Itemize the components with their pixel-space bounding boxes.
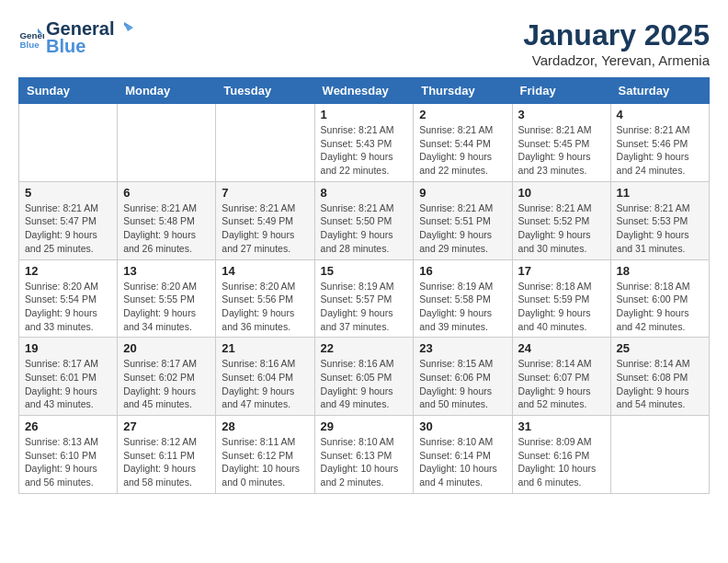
calendar-cell: 7Sunrise: 8:21 AM Sunset: 5:49 PM Daylig…: [216, 181, 314, 259]
logo-bird-icon: [115, 18, 135, 35]
logo-icon: General Blue: [18, 25, 44, 51]
day-info: Sunrise: 8:21 AM Sunset: 5:45 PM Dayligh…: [518, 123, 605, 178]
day-number: 22: [321, 341, 408, 355]
day-info: Sunrise: 8:16 AM Sunset: 6:04 PM Dayligh…: [222, 357, 308, 411]
calendar-cell: 28Sunrise: 8:11 AM Sunset: 6:12 PM Dayli…: [216, 416, 314, 494]
day-number: 2: [419, 108, 506, 121]
calendar-cell: 9Sunrise: 8:21 AM Sunset: 5:51 PM Daylig…: [414, 181, 512, 259]
calendar-cell: 26Sunrise: 8:13 AM Sunset: 6:10 PM Dayli…: [19, 416, 118, 494]
calendar-cell: 17Sunrise: 8:18 AM Sunset: 5:59 PM Dayli…: [512, 259, 610, 338]
week-row-3: 12Sunrise: 8:20 AM Sunset: 5:54 PM Dayli…: [19, 259, 710, 338]
day-number: 5: [25, 186, 111, 200]
weekday-header-sunday: Sunday: [19, 78, 118, 104]
day-info: Sunrise: 8:21 AM Sunset: 5:43 PM Dayligh…: [321, 123, 408, 178]
weekday-header-monday: Monday: [118, 78, 216, 104]
day-info: Sunrise: 8:15 AM Sunset: 6:06 PM Dayligh…: [419, 357, 506, 411]
day-info: Sunrise: 8:14 AM Sunset: 6:07 PM Dayligh…: [518, 357, 605, 411]
day-number: 1: [321, 108, 408, 121]
day-number: 10: [518, 186, 605, 200]
calendar-cell: 29Sunrise: 8:10 AM Sunset: 6:13 PM Dayli…: [314, 416, 414, 494]
calendar-cell: 14Sunrise: 8:20 AM Sunset: 5:56 PM Dayli…: [216, 259, 314, 338]
calendar-cell: 24Sunrise: 8:14 AM Sunset: 6:07 PM Dayli…: [512, 338, 610, 416]
weekday-header-saturday: Saturday: [610, 78, 709, 104]
week-row-5: 26Sunrise: 8:13 AM Sunset: 6:10 PM Dayli…: [19, 416, 710, 494]
day-info: Sunrise: 8:13 AM Sunset: 6:10 PM Dayligh…: [25, 435, 111, 489]
day-number: 19: [25, 341, 111, 355]
day-number: 31: [518, 419, 605, 433]
weekday-header-row: SundayMondayTuesdayWednesdayThursdayFrid…: [19, 78, 710, 104]
day-number: 14: [222, 264, 308, 278]
day-number: 24: [518, 341, 605, 355]
calendar-cell: 10Sunrise: 8:21 AM Sunset: 5:52 PM Dayli…: [512, 181, 610, 259]
day-number: 28: [222, 419, 308, 433]
calendar-cell: 20Sunrise: 8:17 AM Sunset: 6:02 PM Dayli…: [118, 338, 216, 416]
location-subtitle: Vardadzor, Yerevan, Armenia: [523, 52, 710, 68]
logo: General Blue General Blue: [18, 18, 136, 57]
day-info: Sunrise: 8:21 AM Sunset: 5:49 PM Dayligh…: [222, 201, 308, 256]
day-info: Sunrise: 8:14 AM Sunset: 6:08 PM Dayligh…: [617, 357, 703, 411]
day-info: Sunrise: 8:21 AM Sunset: 5:51 PM Dayligh…: [419, 201, 506, 256]
month-title: January 2025: [523, 18, 710, 52]
calendar-cell: 21Sunrise: 8:16 AM Sunset: 6:04 PM Dayli…: [216, 338, 314, 416]
day-info: Sunrise: 8:17 AM Sunset: 6:01 PM Dayligh…: [25, 357, 111, 411]
day-number: 16: [419, 264, 506, 278]
calendar-cell: 5Sunrise: 8:21 AM Sunset: 5:47 PM Daylig…: [19, 181, 118, 259]
day-info: Sunrise: 8:19 AM Sunset: 5:58 PM Dayligh…: [419, 280, 506, 334]
day-number: 20: [123, 341, 210, 355]
calendar-cell: 6Sunrise: 8:21 AM Sunset: 5:48 PM Daylig…: [118, 181, 216, 259]
day-info: Sunrise: 8:10 AM Sunset: 6:13 PM Dayligh…: [321, 435, 408, 489]
week-row-2: 5Sunrise: 8:21 AM Sunset: 5:47 PM Daylig…: [19, 181, 710, 259]
week-row-4: 19Sunrise: 8:17 AM Sunset: 6:01 PM Dayli…: [19, 338, 710, 416]
day-info: Sunrise: 8:11 AM Sunset: 6:12 PM Dayligh…: [222, 435, 308, 489]
day-number: 7: [222, 186, 308, 200]
week-row-1: 1Sunrise: 8:21 AM Sunset: 5:43 PM Daylig…: [19, 104, 710, 182]
weekday-header-thursday: Thursday: [414, 78, 512, 104]
day-number: 8: [321, 186, 408, 200]
calendar-cell: 25Sunrise: 8:14 AM Sunset: 6:08 PM Dayli…: [610, 338, 709, 416]
calendar-cell: 22Sunrise: 8:16 AM Sunset: 6:05 PM Dayli…: [314, 338, 414, 416]
day-info: Sunrise: 8:20 AM Sunset: 5:55 PM Dayligh…: [123, 280, 210, 334]
calendar-cell: 4Sunrise: 8:21 AM Sunset: 5:46 PM Daylig…: [610, 104, 709, 182]
calendar-cell: 12Sunrise: 8:20 AM Sunset: 5:54 PM Dayli…: [19, 259, 118, 338]
calendar-cell: 1Sunrise: 8:21 AM Sunset: 5:43 PM Daylig…: [314, 104, 414, 182]
day-number: 11: [617, 186, 703, 200]
day-info: Sunrise: 8:20 AM Sunset: 5:56 PM Dayligh…: [222, 280, 308, 334]
day-info: Sunrise: 8:21 AM Sunset: 5:46 PM Dayligh…: [617, 123, 703, 178]
day-info: Sunrise: 8:17 AM Sunset: 6:02 PM Dayligh…: [123, 357, 210, 411]
calendar-cell: 11Sunrise: 8:21 AM Sunset: 5:53 PM Dayli…: [610, 181, 709, 259]
day-number: 23: [419, 341, 506, 355]
title-area: January 2025 Vardadzor, Yerevan, Armenia: [523, 18, 710, 68]
calendar-cell: 27Sunrise: 8:12 AM Sunset: 6:11 PM Dayli…: [118, 416, 216, 494]
day-number: 9: [419, 186, 506, 200]
calendar-cell: 16Sunrise: 8:19 AM Sunset: 5:58 PM Dayli…: [414, 259, 512, 338]
day-number: 29: [321, 419, 408, 433]
day-info: Sunrise: 8:18 AM Sunset: 5:59 PM Dayligh…: [518, 280, 605, 334]
day-number: 12: [25, 264, 111, 278]
calendar-cell: [19, 104, 118, 182]
day-number: 4: [617, 108, 703, 121]
weekday-header-tuesday: Tuesday: [216, 78, 314, 104]
day-number: 17: [518, 264, 605, 278]
day-info: Sunrise: 8:10 AM Sunset: 6:14 PM Dayligh…: [419, 435, 506, 489]
day-number: 6: [123, 186, 210, 200]
calendar-cell: [610, 416, 709, 494]
day-info: Sunrise: 8:09 AM Sunset: 6:16 PM Dayligh…: [518, 435, 605, 489]
day-number: 21: [222, 341, 308, 355]
calendar-cell: [216, 104, 314, 182]
day-info: Sunrise: 8:19 AM Sunset: 5:57 PM Dayligh…: [321, 280, 408, 334]
calendar-cell: 13Sunrise: 8:20 AM Sunset: 5:55 PM Dayli…: [118, 259, 216, 338]
day-info: Sunrise: 8:21 AM Sunset: 5:48 PM Dayligh…: [123, 201, 210, 256]
calendar-cell: 23Sunrise: 8:15 AM Sunset: 6:06 PM Dayli…: [414, 338, 512, 416]
calendar-cell: 30Sunrise: 8:10 AM Sunset: 6:14 PM Dayli…: [414, 416, 512, 494]
day-number: 26: [25, 419, 111, 433]
weekday-header-friday: Friday: [512, 78, 610, 104]
calendar-cell: 31Sunrise: 8:09 AM Sunset: 6:16 PM Dayli…: [512, 416, 610, 494]
day-number: 13: [123, 264, 210, 278]
day-number: 27: [123, 419, 210, 433]
calendar-cell: 15Sunrise: 8:19 AM Sunset: 5:57 PM Dayli…: [314, 259, 414, 338]
day-info: Sunrise: 8:21 AM Sunset: 5:52 PM Dayligh…: [518, 201, 605, 256]
day-info: Sunrise: 8:18 AM Sunset: 6:00 PM Dayligh…: [617, 280, 703, 334]
calendar-cell: 8Sunrise: 8:21 AM Sunset: 5:50 PM Daylig…: [314, 181, 414, 259]
day-info: Sunrise: 8:21 AM Sunset: 5:50 PM Dayligh…: [321, 201, 408, 256]
day-info: Sunrise: 8:12 AM Sunset: 6:11 PM Dayligh…: [123, 435, 210, 489]
